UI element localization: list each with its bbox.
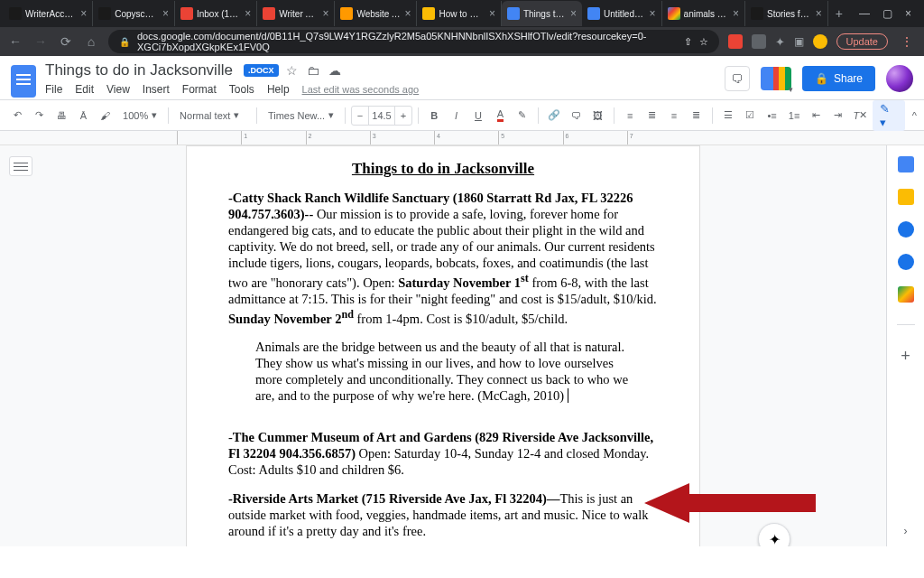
increase-indent-icon[interactable]: ⇥ bbox=[828, 105, 848, 126]
font-size-control[interactable]: − 14.5 + bbox=[351, 106, 412, 126]
comment-history-icon[interactable]: 🗨 bbox=[725, 66, 750, 91]
browser-tab[interactable]: Copyscape× bbox=[93, 1, 175, 26]
align-justify-icon[interactable]: ≣ bbox=[686, 105, 706, 126]
explore-button[interactable]: ✦ bbox=[758, 523, 790, 546]
share-url-icon[interactable]: ⇧ bbox=[684, 36, 692, 48]
document-title-input[interactable] bbox=[45, 61, 236, 79]
close-window-icon[interactable]: × bbox=[905, 7, 911, 20]
browser-tab[interactable]: Untitled do× bbox=[582, 1, 662, 26]
contacts-icon[interactable] bbox=[898, 254, 914, 270]
account-avatar[interactable] bbox=[886, 65, 913, 92]
bookmark-icon[interactable]: ☆ bbox=[699, 36, 708, 48]
insert-link-icon[interactable]: 🔗 bbox=[544, 105, 564, 126]
text-color-icon[interactable]: A bbox=[490, 105, 510, 126]
keep-icon[interactable] bbox=[898, 189, 914, 205]
browser-tab-active[interactable]: Things to d× bbox=[502, 1, 582, 26]
menu-file[interactable]: File bbox=[45, 83, 62, 96]
menu-help[interactable]: Help bbox=[267, 83, 290, 96]
extensions-menu-icon[interactable]: ✦ bbox=[775, 35, 785, 49]
update-button[interactable]: Update bbox=[836, 33, 888, 50]
numbered-list-icon[interactable]: 1≡ bbox=[784, 105, 804, 126]
close-icon[interactable]: × bbox=[733, 7, 739, 20]
docx-badge: .DOCX bbox=[244, 64, 279, 77]
close-icon[interactable]: × bbox=[162, 7, 169, 20]
ruler[interactable] bbox=[0, 131, 924, 145]
spellcheck-icon[interactable]: Ā bbox=[73, 105, 93, 126]
star-icon[interactable]: ☆ bbox=[286, 63, 298, 78]
font-select[interactable]: Times New...▾ bbox=[263, 105, 339, 126]
font-size-value[interactable]: 14.5 bbox=[368, 107, 395, 125]
add-on-icon[interactable]: + bbox=[901, 347, 910, 366]
paint-format-icon[interactable]: 🖌 bbox=[96, 105, 116, 126]
align-right-icon[interactable]: ≡ bbox=[664, 105, 684, 126]
browser-tab[interactable]: Website Au× bbox=[335, 1, 417, 26]
redo-icon[interactable]: ↷ bbox=[29, 105, 49, 126]
move-icon[interactable]: 🗀 bbox=[307, 63, 319, 78]
add-comment-icon[interactable]: 🗨 bbox=[566, 105, 586, 126]
menu-edit[interactable]: Edit bbox=[75, 83, 94, 96]
menu-view[interactable]: View bbox=[106, 83, 130, 96]
close-icon[interactable]: × bbox=[570, 7, 577, 20]
clear-formatting-icon[interactable]: T✕ bbox=[850, 105, 870, 126]
editing-mode-button[interactable]: ✎ ▾ bbox=[873, 100, 905, 131]
print-icon[interactable]: 🖶 bbox=[51, 105, 71, 126]
extension-icon[interactable] bbox=[752, 34, 766, 49]
menu-tools[interactable]: Tools bbox=[229, 83, 254, 96]
tasks-icon[interactable] bbox=[898, 221, 914, 238]
browser-tab[interactable]: Inbox (163)× bbox=[175, 1, 257, 26]
browser-tab[interactable]: Stories fron× bbox=[745, 1, 828, 26]
close-icon[interactable]: × bbox=[489, 7, 495, 20]
italic-icon[interactable]: I bbox=[446, 105, 466, 126]
browser-tab[interactable]: Writer Acc× bbox=[257, 1, 335, 26]
browser-tab[interactable]: animals are× bbox=[662, 1, 745, 26]
maximize-icon[interactable]: ▢ bbox=[882, 7, 892, 20]
document-canvas[interactable]: Things to do in Jacksonville -Catty Shac… bbox=[42, 145, 845, 546]
increase-font-icon[interactable]: + bbox=[395, 110, 411, 121]
highlight-icon[interactable]: ✎ bbox=[513, 105, 532, 126]
forward-icon[interactable]: → bbox=[32, 34, 49, 49]
docs-home-icon[interactable] bbox=[11, 65, 36, 98]
close-icon[interactable]: × bbox=[245, 7, 251, 20]
extension-icon[interactable] bbox=[728, 34, 743, 49]
home-icon[interactable]: ⌂ bbox=[83, 34, 99, 49]
profile-icon[interactable] bbox=[813, 34, 827, 49]
close-icon[interactable]: × bbox=[322, 7, 328, 20]
line-spacing-icon[interactable]: ☰ bbox=[718, 105, 738, 126]
outline-toggle-icon[interactable] bbox=[9, 156, 32, 176]
minimize-icon[interactable]: — bbox=[859, 7, 870, 20]
maps-icon[interactable] bbox=[898, 286, 914, 303]
collapse-panel-icon[interactable]: › bbox=[904, 525, 908, 537]
new-tab-button[interactable]: + bbox=[828, 6, 850, 21]
close-icon[interactable]: × bbox=[404, 7, 411, 20]
style-select[interactable]: Normal text▾ bbox=[174, 105, 251, 126]
share-button[interactable]: 🔒Share bbox=[802, 66, 875, 91]
decrease-indent-icon[interactable]: ⇤ bbox=[806, 105, 826, 126]
chrome-menu-icon[interactable]: ⋮ bbox=[897, 34, 917, 49]
browser-tab[interactable]: WriterAccess× bbox=[4, 1, 93, 26]
bold-icon[interactable]: B bbox=[424, 105, 444, 126]
underline-icon[interactable]: U bbox=[468, 105, 488, 126]
checklist-icon[interactable]: ☑ bbox=[740, 105, 760, 126]
last-edit-link[interactable]: Last edit was seconds ago bbox=[302, 84, 420, 95]
browser-tab[interactable]: How to Mak× bbox=[417, 1, 501, 26]
calendar-icon[interactable] bbox=[898, 156, 914, 172]
reload-icon[interactable]: ⟳ bbox=[58, 34, 74, 49]
address-bar[interactable]: 🔒 docs.google.com/document/d/0B11H_Q7s9L… bbox=[108, 30, 719, 53]
menu-insert[interactable]: Insert bbox=[143, 83, 170, 96]
meet-button[interactable] bbox=[761, 67, 791, 90]
close-icon[interactable]: × bbox=[80, 7, 87, 20]
bookmarks-icon[interactable]: ▣ bbox=[794, 35, 804, 48]
decrease-font-icon[interactable]: − bbox=[352, 110, 368, 121]
back-icon[interactable]: ← bbox=[7, 34, 23, 49]
undo-icon[interactable]: ↶ bbox=[7, 105, 27, 126]
align-left-icon[interactable]: ≡ bbox=[620, 105, 640, 126]
menu-format[interactable]: Format bbox=[182, 83, 217, 96]
insert-image-icon[interactable]: 🖼 bbox=[588, 105, 608, 126]
close-icon[interactable]: × bbox=[816, 7, 822, 20]
zoom-select[interactable]: 100%▾ bbox=[117, 105, 162, 126]
bulleted-list-icon[interactable]: •≡ bbox=[762, 105, 781, 126]
hide-menus-icon[interactable]: ^ bbox=[912, 110, 917, 121]
cloud-icon[interactable]: ☁ bbox=[328, 63, 341, 78]
align-center-icon[interactable]: ≣ bbox=[642, 105, 661, 126]
close-icon[interactable]: × bbox=[650, 7, 656, 20]
